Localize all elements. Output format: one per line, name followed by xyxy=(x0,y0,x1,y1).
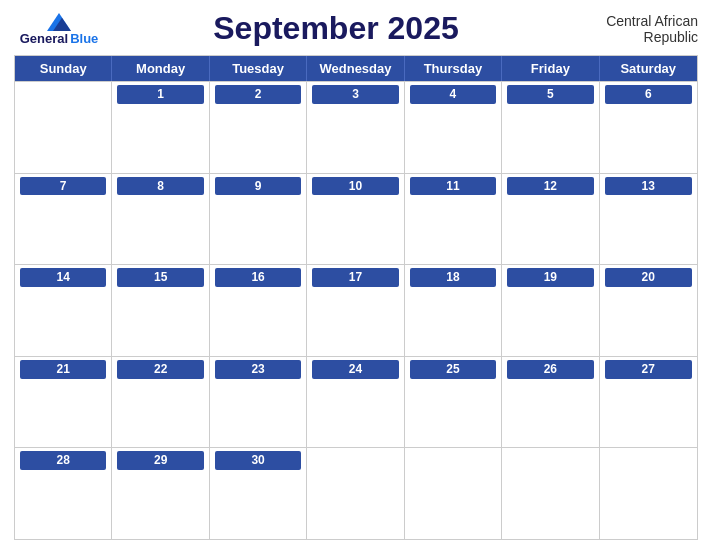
date-number: 24 xyxy=(312,360,398,379)
calendar-cell: 20 xyxy=(600,265,697,356)
date-number: 28 xyxy=(20,451,106,470)
date-number: 27 xyxy=(605,360,692,379)
calendar-cell: 4 xyxy=(405,82,502,173)
calendar-cell: 10 xyxy=(307,174,404,265)
country-label: Central African Republic xyxy=(568,13,698,45)
date-number: 9 xyxy=(215,177,301,196)
month-title: September 2025 xyxy=(104,10,568,47)
calendar-cell: 18 xyxy=(405,265,502,356)
date-number: 25 xyxy=(410,360,496,379)
date-number: 10 xyxy=(312,177,398,196)
calendar-cell: 19 xyxy=(502,265,599,356)
calendar-cell xyxy=(502,448,599,539)
calendar-cell: 26 xyxy=(502,357,599,448)
calendar-cell xyxy=(307,448,404,539)
calendar-cell: 14 xyxy=(15,265,112,356)
date-number: 6 xyxy=(605,85,692,104)
date-number: 21 xyxy=(20,360,106,379)
calendar-cell xyxy=(15,82,112,173)
date-number: 1 xyxy=(117,85,203,104)
date-number: 11 xyxy=(410,177,496,196)
day-header-friday: Friday xyxy=(502,56,599,81)
calendar-week-5: 282930 xyxy=(15,447,697,539)
calendar-cell: 5 xyxy=(502,82,599,173)
calendar-cell: 21 xyxy=(15,357,112,448)
day-header-sunday: Sunday xyxy=(15,56,112,81)
calendar-cell: 28 xyxy=(15,448,112,539)
calendar-week-4: 21222324252627 xyxy=(15,356,697,448)
calendar-cell: 7 xyxy=(15,174,112,265)
calendar-cell: 23 xyxy=(210,357,307,448)
date-number: 4 xyxy=(410,85,496,104)
calendar-week-2: 78910111213 xyxy=(15,173,697,265)
calendar-header-row: SundayMondayTuesdayWednesdayThursdayFrid… xyxy=(15,56,697,81)
calendar-cell: 22 xyxy=(112,357,209,448)
day-header-tuesday: Tuesday xyxy=(210,56,307,81)
date-number: 23 xyxy=(215,360,301,379)
calendar-cell: 25 xyxy=(405,357,502,448)
calendar-header: General Blue September 2025 Central Afri… xyxy=(14,10,698,47)
date-number: 7 xyxy=(20,177,106,196)
date-number: 17 xyxy=(312,268,398,287)
logo-icon xyxy=(47,13,71,31)
calendar-cell: 9 xyxy=(210,174,307,265)
date-number: 18 xyxy=(410,268,496,287)
calendar-week-1: 123456 xyxy=(15,81,697,173)
logo: General Blue xyxy=(14,13,104,45)
calendar-cell: 13 xyxy=(600,174,697,265)
calendar-page: General Blue September 2025 Central Afri… xyxy=(0,0,712,550)
date-number: 20 xyxy=(605,268,692,287)
date-number: 26 xyxy=(507,360,593,379)
calendar-cell: 24 xyxy=(307,357,404,448)
date-number: 19 xyxy=(507,268,593,287)
calendar-cell: 6 xyxy=(600,82,697,173)
day-header-thursday: Thursday xyxy=(405,56,502,81)
date-number: 12 xyxy=(507,177,593,196)
calendar-week-3: 14151617181920 xyxy=(15,264,697,356)
calendar-cell: 30 xyxy=(210,448,307,539)
calendar-cell: 3 xyxy=(307,82,404,173)
day-header-saturday: Saturday xyxy=(600,56,697,81)
calendar-cell: 2 xyxy=(210,82,307,173)
calendar-cell: 11 xyxy=(405,174,502,265)
date-number: 8 xyxy=(117,177,203,196)
day-header-wednesday: Wednesday xyxy=(307,56,404,81)
calendar-cell: 8 xyxy=(112,174,209,265)
date-number: 5 xyxy=(507,85,593,104)
calendar-cell: 17 xyxy=(307,265,404,356)
logo-general: General xyxy=(20,32,68,45)
calendar-cell: 27 xyxy=(600,357,697,448)
date-number: 29 xyxy=(117,451,203,470)
date-number: 2 xyxy=(215,85,301,104)
calendar-body: 1234567891011121314151617181920212223242… xyxy=(15,81,697,539)
calendar-cell: 12 xyxy=(502,174,599,265)
day-header-monday: Monday xyxy=(112,56,209,81)
date-number: 22 xyxy=(117,360,203,379)
date-number: 16 xyxy=(215,268,301,287)
date-number: 30 xyxy=(215,451,301,470)
calendar-cell: 16 xyxy=(210,265,307,356)
date-number: 14 xyxy=(20,268,106,287)
logo-blue: Blue xyxy=(70,32,98,45)
date-number: 15 xyxy=(117,268,203,287)
date-number: 3 xyxy=(312,85,398,104)
calendar-cell xyxy=(405,448,502,539)
calendar-cell: 1 xyxy=(112,82,209,173)
date-number: 13 xyxy=(605,177,692,196)
calendar-cell xyxy=(600,448,697,539)
calendar-cell: 15 xyxy=(112,265,209,356)
calendar-grid: SundayMondayTuesdayWednesdayThursdayFrid… xyxy=(14,55,698,540)
calendar-cell: 29 xyxy=(112,448,209,539)
